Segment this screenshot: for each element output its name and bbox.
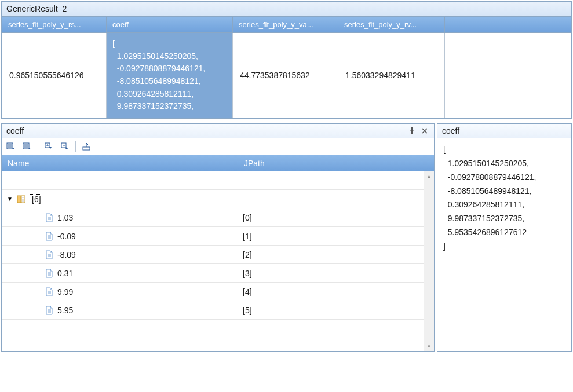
cell-empty bbox=[445, 33, 571, 118]
cell-coeff[interactable]: [ 1.0295150145250205, -0.092788088794461… bbox=[107, 33, 233, 118]
tree-leaf-jpath: [3] bbox=[238, 269, 434, 278]
tree-row-leaf[interactable]: 9.99[4] bbox=[2, 283, 434, 301]
expand-all-icon[interactable] bbox=[5, 141, 17, 152]
coeff-text-panel: coeff [ 1.0295150145250205, -0.092788088… bbox=[437, 123, 572, 352]
array-icon bbox=[17, 195, 26, 204]
col-header-va[interactable]: series_fit_poly_y_va... bbox=[233, 17, 338, 33]
document-icon bbox=[45, 269, 54, 278]
export-icon[interactable] bbox=[81, 141, 92, 152]
toolbar-separator bbox=[38, 141, 38, 152]
svg-rect-4 bbox=[83, 147, 90, 150]
tree-leaf-value: -8.09 bbox=[57, 250, 76, 259]
text-panel-body[interactable]: [ 1.0295150145250205, -0.092788088794461… bbox=[437, 138, 571, 351]
svg-rect-5 bbox=[17, 196, 21, 203]
tree-panel-title-text: coeff bbox=[6, 126, 24, 135]
cell-va[interactable]: 44.7735387815632 bbox=[233, 33, 338, 118]
scroll-down-icon[interactable]: ▼ bbox=[424, 342, 434, 351]
result-panel: GenericResult_2 series_fit_poly_y_rs... … bbox=[1, 1, 572, 119]
scroll-up-icon[interactable]: ▲ bbox=[424, 171, 434, 181]
col-header-rv[interactable]: series_fit_poly_y_rv... bbox=[338, 17, 445, 33]
bottom-split: coeff bbox=[1, 123, 572, 352]
scroll-thumb[interactable] bbox=[424, 181, 434, 342]
tree-row-leaf[interactable]: 0.31[3] bbox=[2, 264, 434, 283]
tree-leaf-value: -0.09 bbox=[57, 232, 76, 241]
tree-panel-title: coeff bbox=[2, 124, 434, 138]
tree-leaf-value: 9.99 bbox=[57, 287, 73, 296]
document-icon bbox=[45, 306, 54, 315]
tree-row-leaf[interactable]: -0.09[1] bbox=[2, 227, 434, 246]
coeff-tree-panel: coeff bbox=[1, 123, 435, 352]
col-header-rs[interactable]: series_fit_poly_y_rs... bbox=[2, 17, 107, 33]
tree-leaf-jpath: [5] bbox=[238, 306, 434, 315]
close-icon[interactable] bbox=[420, 126, 429, 135]
tree-leaf-jpath: [4] bbox=[238, 287, 434, 296]
toolbar-separator bbox=[75, 141, 76, 152]
tree-body: ▼ [6] 1.03[0]-0.09[1]-8.09[2]0.3 bbox=[2, 171, 434, 351]
tree-leaf-jpath: [0] bbox=[238, 213, 434, 222]
cell-rv[interactable]: 1.56033294829411 bbox=[338, 33, 445, 118]
document-icon bbox=[45, 232, 54, 241]
result-panel-title: GenericResult_2 bbox=[2, 2, 571, 16]
tree-leaf-value: 0.31 bbox=[57, 269, 73, 278]
vertical-scrollbar[interactable]: ▲ ▼ bbox=[424, 171, 434, 351]
pin-icon[interactable] bbox=[407, 126, 417, 135]
tree-root-label[interactable]: [6] bbox=[30, 194, 43, 204]
result-grid[interactable]: series_fit_poly_y_rs... coeff series_fit… bbox=[2, 16, 571, 118]
tree-leaf-jpath: [2] bbox=[238, 250, 434, 259]
tree-header-jpath[interactable]: JPath bbox=[238, 155, 434, 171]
tree-leaf-value: 1.03 bbox=[57, 213, 73, 222]
tree-row-root[interactable]: ▼ [6] bbox=[2, 190, 434, 208]
document-icon bbox=[45, 250, 54, 259]
col-header-empty bbox=[445, 17, 571, 33]
tree-row-leaf[interactable]: 1.03[0] bbox=[2, 208, 434, 227]
grid-row[interactable]: 0.965150555646126 [ 1.0295150145250205, … bbox=[2, 33, 571, 118]
tree-leaf-jpath: [1] bbox=[238, 232, 434, 241]
tree-row-blank bbox=[2, 171, 434, 190]
collapse-all-icon[interactable] bbox=[21, 141, 33, 152]
tree-header: Name JPath bbox=[2, 155, 434, 171]
expand-node-icon[interactable] bbox=[43, 141, 54, 152]
expander-icon[interactable]: ▼ bbox=[6, 196, 13, 203]
collapse-node-icon[interactable] bbox=[59, 141, 71, 152]
document-icon bbox=[45, 213, 54, 222]
grid-header-row: series_fit_poly_y_rs... coeff series_fit… bbox=[2, 17, 571, 33]
tree-leaf-value: 5.95 bbox=[57, 306, 73, 315]
col-header-coeff[interactable]: coeff bbox=[107, 17, 233, 33]
tree-header-name[interactable]: Name bbox=[2, 155, 238, 171]
tree-row-leaf[interactable]: -8.09[2] bbox=[2, 246, 434, 264]
text-panel-title: coeff bbox=[437, 124, 571, 138]
tree-toolbar bbox=[2, 138, 434, 155]
document-icon bbox=[45, 287, 54, 296]
tree-row-leaf[interactable]: 5.95[5] bbox=[2, 301, 434, 320]
cell-rs[interactable]: 0.965150555646126 bbox=[2, 33, 107, 118]
